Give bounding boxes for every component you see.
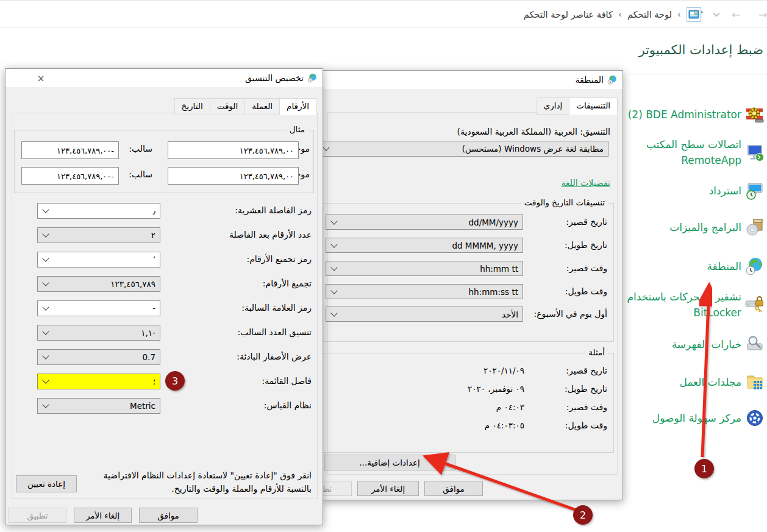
first-day-select[interactable]: الأحد [326,307,523,322]
decimal-symbol-select[interactable]: ٫ [37,203,160,219]
cp-item-recovery[interactable]: استرداد [709,183,741,199]
chevron-down-icon [330,310,337,316]
nav-back-icon[interactable]: → [754,1,767,27]
long-date-select[interactable]: dd MMMM, yyyy [326,238,523,253]
digits-after-decimal-select[interactable]: ٢ [37,227,160,243]
nav-forward-icon[interactable]: ← [727,1,745,27]
positive-example-value: ١٢٣,٤٥٦,٧٨٩,٠٠ [240,171,294,180]
negative-label: سالب: [129,169,152,179]
measurement-system-label: نظام القياس: [264,400,312,410]
customize-ok-button[interactable]: موافق [139,508,198,523]
cp-item-ease-of-access[interactable]: مركز سهولة الوصول [652,410,741,426]
decimal-symbol-label: رمز الفاصلة العشرية: [235,205,312,215]
chevron-down-icon [42,279,49,286]
list-separator-label: فاصل القائمة: [262,376,312,386]
grouping-symbol-select[interactable]: ٬ [37,252,160,268]
digit-grouping-select[interactable]: ١٢٣,٤٥٦,٧٨٩ [37,276,160,292]
list-separator-select[interactable]: ؛ [37,374,160,389]
measurement-system-select[interactable]: Metric [37,398,160,414]
short-time-value: hh:mm tt [480,264,518,274]
example-short-time-value: ٠٤:٠٣ م [496,402,524,412]
short-date-select[interactable]: dd/MM/yyyy [326,215,523,230]
work-folders-icon[interactable] [745,372,765,392]
digits-after-decimal-label: عدد الأرقام بعد الفاصلة [229,230,312,239]
breadcrumb-control-panel[interactable]: لوحة التحكم [627,10,672,20]
close-icon[interactable]: × [32,72,49,85]
positive-example-field[interactable]: ١٢٣,٤٥٦,٧٨٩,٠٠ [168,167,299,185]
cp-item-remoteapp[interactable]: اتصالات سطح المكتب RemoteApp [613,137,741,168]
chevron-down-icon [42,352,49,359]
step-1-number: 1 [701,463,707,475]
region-ok-button[interactable]: موافق [424,481,483,496]
customize-dialog-icon [307,73,317,83]
short-time-select[interactable]: hh:mm tt [326,261,523,276]
example-long-time-value: ٠٤:٠٣:٠٥ م [485,420,524,430]
chevron-down-icon [330,287,337,294]
additional-settings-button[interactable]: إعدادات إضافية... [324,455,455,470]
indexing-options-icon[interactable] [745,335,765,354]
region-cancel-button[interactable]: إلغاء الأمر [357,481,419,496]
breadcrumb-separator-icon: ‹ [618,9,622,20]
language-preferences-link[interactable]: تفضيلات اللغة [562,178,610,188]
control-panel-glyph [688,9,699,20]
negative-format-select[interactable]: ١,١- [37,325,160,341]
measurement-system-value: Metric [130,401,155,411]
long-time-select[interactable]: hh:mm:ss tt [326,284,523,299]
tab-date[interactable]: التاريخ [174,98,210,115]
screen: → ← ↑ ‹ لوحة التحكم ‹ كافة عناصر لوحة ال… [0,0,767,532]
region-dialog-titlebar: المنطقة [323,71,623,89]
chevron-down-icon [42,255,49,261]
digit-grouping-value: ١٢٣,٤٥٦,٧٨٩ [110,279,155,289]
remoteapp-connections-icon[interactable] [745,143,765,162]
cp-item-work-folders[interactable]: مجلدات العمل [679,374,741,390]
negative-sign-value: - [152,303,155,313]
tab-formats[interactable]: التنسيقات [569,98,618,115]
customize-apply-button[interactable]: تطبيق [9,508,66,523]
breadcrumb-all-items[interactable]: كافة عناصر لوحة التحكم [524,10,613,20]
positive-example-field[interactable]: ١٢٣,٤٥٦,٧٨٩,٠٠ [168,141,299,159]
chevron-down-icon [42,303,49,310]
cp-item-indexing-options[interactable]: خيارات الفهرسة [672,336,741,352]
negative-example-field[interactable]: ١٢٣,٤٥٦,٧٨٩,٠٠- [21,167,119,185]
programs-and-features-icon[interactable] [745,218,765,237]
negative-example-value: ١٢٣,٤٥٦,٧٨٩,٠٠- [57,146,114,155]
control-panel-icon[interactable] [687,7,701,22]
tab-time[interactable]: الوقت [210,98,246,115]
tab-administrative[interactable]: إداري [537,98,570,115]
bitlocker-icon[interactable] [745,295,765,314]
reset-button[interactable]: إعادة تعيين [16,475,77,492]
cp-item-region[interactable]: المنطقة [707,258,741,274]
step-badge-1: 1 [694,459,714,478]
format-select[interactable]: مطابقة لغة عرض Windows (مستحسن) [318,141,608,157]
customize-cancel-button[interactable]: إلغاء الأمر [74,508,132,523]
long-date-label: تاريخ طويل: [565,240,607,250]
bde-administrator-icon[interactable] [745,105,765,124]
chevron-down-icon [42,377,49,383]
number-example-group: مثال موجب: ١٢٣,٤٥٦,٧٨٩,٠٠ سالب: ١٢٣,٤٥٦,… [14,130,314,193]
chevron-down-icon [330,218,337,224]
short-date-value: dd/MM/yyyy [469,218,519,227]
cp-item-programs-features[interactable]: البرامج والميزات [669,219,741,235]
example-long-time-label: وقت طويل: [565,420,607,430]
leading-zeros-select[interactable]: 0.7 [37,349,160,365]
negative-example-field[interactable]: ١٢٣,٤٥٦,٧٨٩,٠٠- [21,141,119,159]
grouping-symbol-label: رمز تجميع الأرقام: [246,254,312,264]
region-icon[interactable] [745,257,765,276]
customize-format-dialog: تخصيص التنسيق × الأرقام العملة الوقت الت… [5,68,323,525]
recent-locations-chevron-icon[interactable] [707,1,726,27]
tab-currency[interactable]: العملة [244,98,280,115]
digit-grouping-label: تجميع الأرقام: [263,278,312,288]
chevron-down-icon [713,10,719,16]
tab-numbers[interactable]: الأرقام [279,98,316,115]
step-2-number: 2 [580,509,586,521]
example-long-date-value: ٠٩ نوفمبر، ٢٠٢٠ [468,384,524,394]
recovery-icon[interactable] [745,181,765,200]
region-dialog: المنطقة التنسيقات إداري التنسيق: العربية… [322,70,623,500]
long-time-label: وقت طويل: [565,286,607,296]
chevron-down-icon [42,328,49,335]
datetime-formats-group-title: تنسيقات التاريخ والوقت [521,197,608,207]
negative-sign-select[interactable]: - [37,300,160,316]
cp-item-bde-administrator[interactable]: (2) BDE Administrator [628,107,741,122]
negative-label: سالب: [129,144,152,154]
ease-of-access-icon[interactable] [745,408,765,428]
